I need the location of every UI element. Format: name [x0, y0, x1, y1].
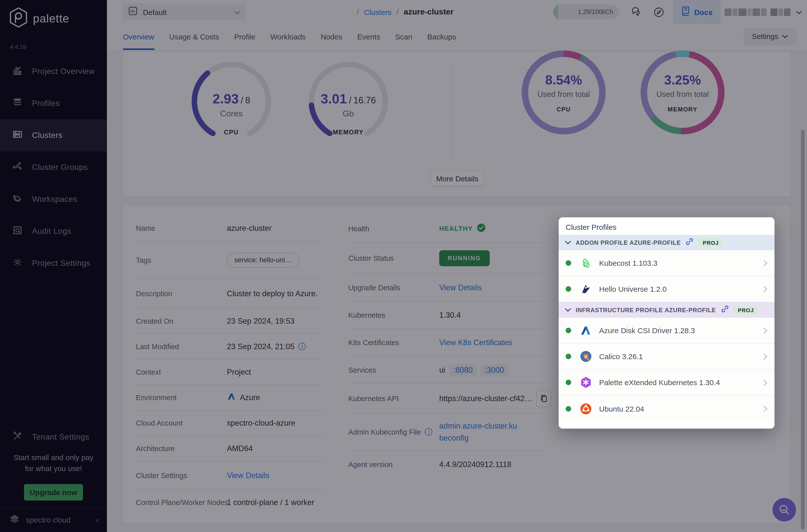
panel-title: Cluster Profiles	[559, 217, 774, 235]
chevron-right-icon	[763, 260, 768, 266]
chevron-down-icon	[565, 308, 571, 312]
calico-icon	[579, 350, 592, 363]
profile-layer-ubuntu[interactable]: Ubuntu 22.04	[559, 396, 774, 422]
chevron-right-icon	[763, 353, 768, 360]
azure-icon	[579, 324, 592, 337]
profile-layer-palette-extended-k8s[interactable]: Palette eXtended Kubernetes 1.30.4	[559, 370, 774, 396]
profile-layer-kubecost[interactable]: Kubecost 1.103.3	[559, 250, 774, 276]
chevron-right-icon	[763, 379, 768, 386]
chevron-down-icon	[565, 240, 571, 245]
scope-badge: PROJ	[733, 305, 758, 315]
app-root: palette 4.4.19 Project Overview Profiles	[0, 0, 807, 532]
profile-layer-azure-disk-csi[interactable]: Azure Disk CSI Driver 1.28.3	[559, 318, 774, 344]
chevron-right-icon	[763, 327, 768, 334]
cluster-profiles-panel: Cluster Profiles ADDON PROFILE AZURE-PRO…	[559, 217, 774, 429]
status-dot	[566, 328, 571, 333]
scope-badge: PROJ	[698, 238, 723, 247]
infrastructure-profile-header[interactable]: INFRASTRUCTURE PROFILE AZURE-PROFILE PRO…	[559, 302, 774, 318]
link-icon	[685, 237, 694, 248]
pxk-hexagon-icon	[579, 376, 592, 389]
status-dot	[566, 354, 571, 359]
link-icon	[720, 305, 729, 315]
hello-universe-icon	[579, 283, 592, 296]
addon-profile-header[interactable]: ADDON PROFILE AZURE-PROFILE PROJ	[559, 235, 774, 250]
status-dot	[566, 380, 571, 385]
status-dot	[566, 286, 571, 292]
profile-layer-calico[interactable]: Calico 3.26.1	[559, 344, 774, 370]
status-dot	[566, 406, 571, 411]
status-dot	[566, 260, 571, 266]
profile-layer-hello-universe[interactable]: Hello Universe 1.2.0	[559, 276, 774, 302]
ubuntu-icon	[579, 402, 592, 415]
chevron-right-icon	[763, 285, 768, 292]
kubecost-icon	[579, 256, 592, 269]
chevron-right-icon	[763, 405, 768, 412]
